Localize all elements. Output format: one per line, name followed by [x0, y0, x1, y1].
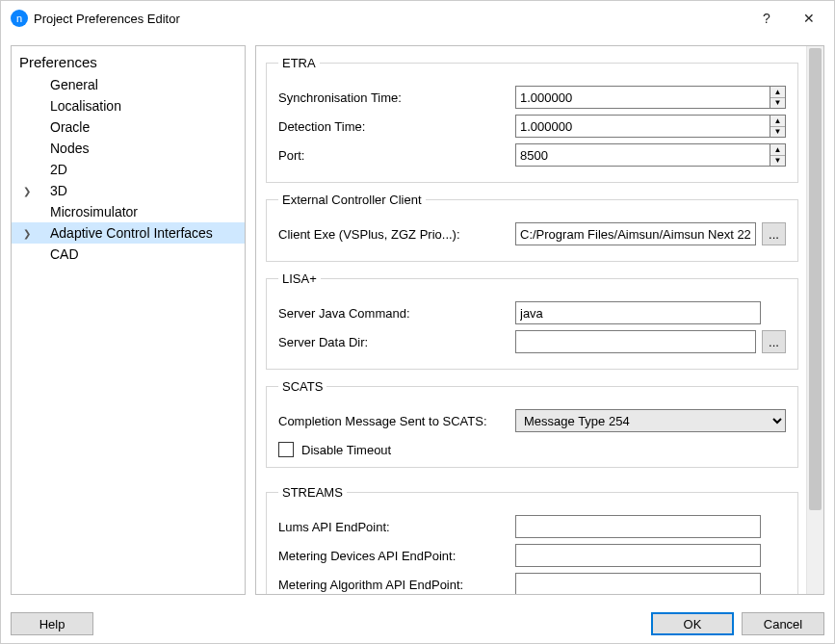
disable-timeout-label: Disable Timeout	[301, 443, 391, 457]
sync-time-spinner[interactable]: ▲▼	[770, 86, 786, 109]
sidebar-item-2d[interactable]: 2D	[12, 159, 245, 180]
cancel-button[interactable]: Cancel	[742, 612, 824, 635]
sidebar-item-label: Nodes	[50, 141, 89, 156]
client-exe-browse-button[interactable]: ...	[762, 222, 786, 245]
data-dir-input[interactable]	[515, 330, 756, 353]
lisa-legend: LISA+	[278, 271, 321, 286]
detection-time-input[interactable]	[515, 115, 770, 138]
sidebar-item-oracle[interactable]: Oracle	[12, 116, 245, 138]
window-title: Project Preferences Editor	[28, 12, 745, 26]
client-exe-input[interactable]	[515, 222, 756, 245]
etra-legend: ETRA	[278, 56, 320, 70]
chevron-right-icon[interactable]: ❯	[21, 186, 33, 196]
completion-msg-combo[interactable]: Message Type 254	[515, 409, 786, 432]
sidebar-item-label: CAD	[50, 246, 79, 262]
java-command-input[interactable]	[515, 301, 761, 324]
metering-algorithm-label: Metering Algorithm API EndPoint:	[278, 578, 515, 592]
etra-group: ETRA Synchronisation Time: ▲▼ Detection …	[266, 56, 798, 183]
metering-devices-input[interactable]	[515, 544, 761, 567]
client-exe-label: Client Exe (VSPlus, ZGZ Prio...):	[278, 227, 515, 242]
streams-legend: STREAMS	[278, 485, 347, 500]
detection-time-spinner[interactable]: ▲▼	[770, 115, 786, 138]
sidebar-item-label: Microsimulator	[50, 204, 138, 219]
lums-endpoint-input[interactable]	[515, 515, 761, 538]
metering-algorithm-input[interactable]	[515, 573, 761, 594]
sidebar-item-microsimulator[interactable]: Microsimulator	[12, 201, 245, 222]
tree-heading: Preferences	[12, 50, 245, 74]
lums-endpoint-label: Lums API EndPoint:	[278, 520, 515, 534]
sidebar-item-label: Oracle	[50, 119, 90, 135]
sidebar-item-general[interactable]: General	[12, 74, 245, 95]
close-icon[interactable]: ✕	[788, 1, 830, 36]
preferences-window: n Project Preferences Editor ? ✕ Prefere…	[0, 0, 835, 644]
streams-group: STREAMS Lums API EndPoint: Metering Devi…	[266, 485, 798, 594]
data-dir-browse-button[interactable]: ...	[762, 330, 786, 353]
sidebar-item-label: 3D	[50, 183, 67, 198]
port-label: Port:	[278, 148, 515, 163]
sidebar-item-nodes[interactable]: Nodes	[12, 138, 245, 159]
ok-button[interactable]: OK	[651, 612, 734, 635]
scats-legend: SCATS	[278, 379, 326, 394]
sidebar-item-3d[interactable]: ❯3D	[12, 180, 245, 201]
sidebar-item-label: General	[50, 77, 98, 92]
external-controller-group: External Controller Client Client Exe (V…	[266, 193, 798, 262]
settings-panel: ETRA Synchronisation Time: ▲▼ Detection …	[255, 45, 824, 595]
detection-time-label: Detection Time:	[278, 119, 515, 134]
data-dir-label: Server Data Dir:	[278, 335, 515, 349]
help-icon[interactable]: ?	[745, 1, 788, 36]
vertical-scrollbar[interactable]	[806, 46, 823, 594]
sidebar-item-label: Localisation	[50, 98, 121, 114]
java-command-label: Server Java Command:	[278, 306, 515, 321]
body: Preferences GeneralLocalisationOracleNod…	[1, 36, 834, 605]
scats-group: SCATS Completion Message Sent to SCATS: …	[266, 379, 798, 468]
scrollbar-thumb[interactable]	[809, 48, 822, 510]
external-controller-legend: External Controller Client	[278, 193, 426, 207]
settings-scroll: ETRA Synchronisation Time: ▲▼ Detection …	[256, 46, 806, 594]
metering-devices-label: Metering Devices API EndPoint:	[278, 549, 515, 563]
port-input[interactable]	[515, 143, 770, 167]
sidebar-item-localisation[interactable]: Localisation	[12, 95, 245, 116]
titlebar: n Project Preferences Editor ? ✕	[1, 1, 834, 36]
preferences-tree[interactable]: Preferences GeneralLocalisationOracleNod…	[11, 45, 246, 595]
chevron-right-icon[interactable]: ❯	[21, 228, 33, 239]
sidebar-item-cad[interactable]: CAD	[12, 244, 245, 265]
sidebar-item-label: 2D	[50, 162, 67, 177]
app-icon: n	[11, 10, 28, 27]
sidebar-item-adaptive-control-interfaces[interactable]: ❯Adaptive Control Interfaces	[12, 222, 245, 244]
dialog-footer: Help OK Cancel	[1, 605, 834, 643]
help-button[interactable]: Help	[11, 612, 93, 635]
completion-msg-label: Completion Message Sent to SCATS:	[278, 414, 515, 428]
lisa-group: LISA+ Server Java Command: Server Data D…	[266, 271, 798, 370]
sidebar-item-label: Adaptive Control Interfaces	[50, 225, 213, 241]
sync-time-input[interactable]	[515, 86, 770, 109]
sync-time-label: Synchronisation Time:	[278, 90, 515, 105]
disable-timeout-checkbox[interactable]	[278, 442, 294, 457]
port-spinner[interactable]: ▲▼	[770, 143, 786, 167]
